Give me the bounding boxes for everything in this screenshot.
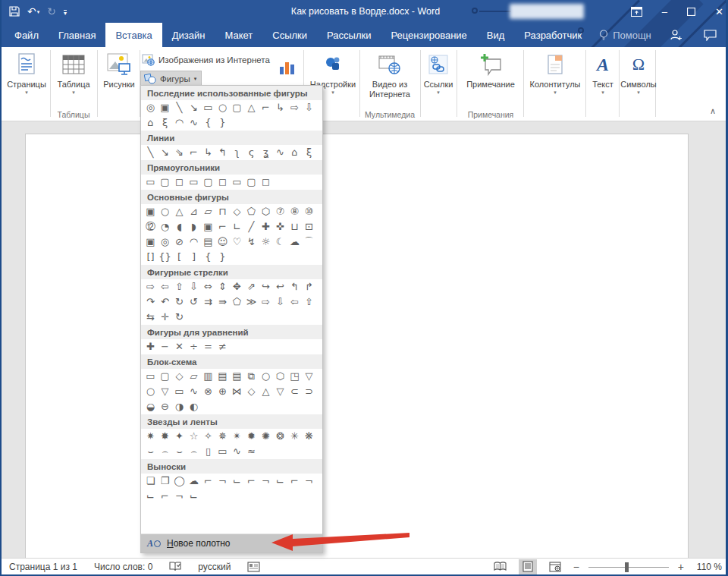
shape-item[interactable]: ▥ [201,369,215,384]
shape-item[interactable]: ⊗ [201,384,215,399]
shape-item[interactable]: ☁ [287,234,302,250]
shape-item[interactable]: ▭ [143,175,158,190]
shape-item[interactable]: ◎ [143,100,158,115]
shape-item[interactable]: ʓ [259,145,273,160]
shape-item[interactable]: ❏ [143,474,158,489]
shape-item[interactable]: ◖ [172,219,187,234]
shape-item[interactable]: △ [172,204,187,219]
shape-item[interactable]: ≫ [244,294,259,310]
shape-item[interactable]: ⌒ [302,234,316,250]
shape-item[interactable]: ⑧ [287,204,302,219]
shape-item[interactable]: ✜ [273,219,287,234]
shape-item[interactable]: ▭ [187,175,201,190]
shape-item[interactable]: ✧ [201,429,215,444]
shape-item[interactable]: ◇ [244,384,259,399]
web-layout-icon[interactable] [546,559,564,574]
shape-item[interactable]: ⇦ [287,294,302,310]
shape-item[interactable]: ✛ [158,310,172,325]
shape-item[interactable]: ▣ [201,219,215,234]
shape-item[interactable]: ◯ [172,474,187,489]
shape-item[interactable]: ╲ [172,100,187,115]
shape-item[interactable]: ▢ [158,369,172,384]
shape-item[interactable]: ☁ [187,474,201,489]
shape-item[interactable]: ⌙ [230,474,244,489]
symbols-button[interactable]: Ω Символы ▾ [620,52,657,96]
shape-item[interactable]: ↱ [302,279,316,294]
shape-item[interactable]: ▭ [230,175,244,190]
shape-item[interactable]: ☺ [215,234,230,250]
keyboard-icon[interactable] [247,562,260,572]
shape-item[interactable]: ∿ [230,444,244,459]
shape-item[interactable]: ⬠ [244,204,259,219]
shape-item[interactable]: ⊘ [172,234,187,250]
shape-item[interactable]: ⌐ [259,100,273,115]
shape-item[interactable]: ☾ [273,234,287,250]
close-button[interactable]: ✕ [715,7,723,17]
shape-item[interactable]: ❂ [273,429,287,444]
minimize-button[interactable]: – [662,7,667,17]
shape-item[interactable]: ⑫ [143,219,158,234]
chart-button[interactable] [276,58,297,74]
ribbon-display-options-icon[interactable] [631,7,642,17]
shape-item[interactable]: ⇔ [201,279,215,294]
shape-item[interactable]: ↶ [158,294,172,310]
shape-item[interactable]: ◻ [259,175,273,190]
shape-item[interactable]: {} [158,250,172,265]
shape-item[interactable]: ▤ [230,369,244,384]
shape-item[interactable]: − [158,339,172,354]
shape-item[interactable]: ▢ [230,100,244,115]
shape-item[interactable]: ÷ [187,339,201,354]
document-area[interactable] [2,121,728,558]
shape-item[interactable]: ◔ [158,219,172,234]
shape-item[interactable]: ⬡ [259,204,273,219]
shape-item[interactable]: ⇩ [187,279,201,294]
shape-item[interactable]: ⊿ [187,204,201,219]
shape-item[interactable]: ⇩ [302,100,316,115]
shape-item[interactable]: ○ [215,100,230,115]
shape-item[interactable]: △ [244,100,259,115]
shape-item[interactable]: ⇧ [172,279,187,294]
shape-item[interactable]: ⌐ [158,489,172,504]
shape-item[interactable]: ▭ [201,100,215,115]
shape-item[interactable]: ◻ [172,175,187,190]
shape-item[interactable]: ▽ [302,369,316,384]
shape-item[interactable]: ✷ [143,429,158,444]
shape-item[interactable]: ⇆ [143,310,158,325]
shape-item[interactable]: ▭ [215,444,230,459]
zoom-in-button[interactable]: + [678,562,684,572]
comment-button[interactable]: Примечание [458,52,523,90]
shape-item[interactable]: ◗ [187,219,201,234]
tab-Рецензирование[interactable]: Рецензирование [381,23,476,47]
shape-item[interactable]: ↷ [143,294,158,310]
shape-item[interactable]: ▣ [158,100,172,115]
shape-item[interactable]: ◒ [143,399,158,414]
shape-item[interactable]: ⋈ [230,384,244,399]
tab-Главная[interactable]: Главная [49,23,105,47]
shape-item[interactable]: } [215,115,230,131]
shape-item[interactable]: ↻ [172,310,187,325]
shape-item[interactable]: ↺ [187,294,201,310]
shape-item[interactable]: ≠ [215,339,230,354]
shape-item[interactable]: { [201,250,215,265]
shape-item[interactable]: ⊕ [215,384,230,399]
pages-button[interactable]: Страницы ▾ [5,52,49,96]
shape-item[interactable]: ¬ [259,474,273,489]
shape-item[interactable]: ↘ [187,100,201,115]
shape-item[interactable]: [ [172,250,187,265]
shape-item[interactable]: ⌙ [143,489,158,504]
tab-Ссылки[interactable]: Ссылки [262,23,317,47]
shape-item[interactable]: ⌐ [287,474,302,489]
shape-item[interactable]: ⊔ [287,219,302,234]
shape-item[interactable]: ⌢ [158,444,172,459]
zoom-slider[interactable] [588,559,669,574]
shape-item[interactable]: ↩ [273,279,287,294]
shape-item[interactable]: ⇨ [143,279,158,294]
tab-Вид[interactable]: Вид [477,23,515,47]
shape-item[interactable]: ⌢ [187,444,201,459]
shape-item[interactable]: ▭ [143,369,158,384]
shape-item[interactable]: [] [143,250,158,265]
shape-item[interactable]: ▭ [172,384,187,399]
shape-item[interactable]: ¬ [215,474,230,489]
share-icon[interactable] [670,29,682,41]
shape-item[interactable]: ⌣ [143,444,158,459]
